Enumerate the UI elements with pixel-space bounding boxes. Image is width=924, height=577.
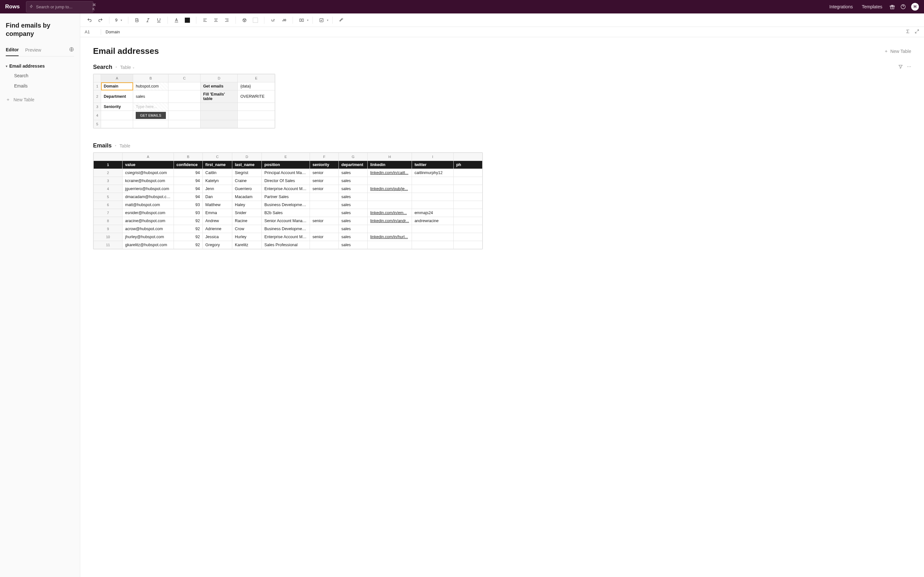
- cell-partial[interactable]: [453, 233, 482, 241]
- cell-twitter[interactable]: [412, 185, 453, 193]
- gift-icon[interactable]: [889, 4, 895, 10]
- col-head-B[interactable]: B: [174, 153, 203, 161]
- header-partial[interactable]: ph: [453, 161, 482, 169]
- cell-twitter[interactable]: [412, 193, 453, 201]
- merge-button[interactable]: [297, 15, 306, 25]
- cell-seniority[interactable]: senior: [310, 217, 339, 225]
- col-head-G[interactable]: G: [339, 153, 368, 161]
- col-head-A[interactable]: A: [101, 74, 133, 82]
- cell-partial[interactable]: [453, 201, 482, 209]
- cell-first-name[interactable]: Dan: [203, 193, 232, 201]
- header-twitter[interactable]: twitter: [412, 161, 453, 169]
- avatar[interactable]: H: [911, 3, 919, 11]
- fill-color-button[interactable]: [183, 15, 192, 25]
- cell-twitter[interactable]: [412, 225, 453, 233]
- cell-twitter[interactable]: [412, 201, 453, 209]
- cell-position[interactable]: Director Of Sales: [262, 177, 310, 185]
- cell-department[interactable]: sales: [339, 201, 368, 209]
- row-head-4[interactable]: 4: [94, 111, 101, 120]
- text-color-button[interactable]: [172, 15, 181, 25]
- cell-a4[interactable]: [101, 111, 133, 120]
- cell-e2[interactable]: OVERWRITE: [238, 90, 275, 103]
- header-value[interactable]: value: [123, 161, 174, 169]
- cell-value[interactable]: jguerriero@hubspot.com: [123, 185, 174, 193]
- cell-linkedin[interactable]: [368, 225, 412, 233]
- row-head-2[interactable]: 2: [94, 90, 101, 103]
- cell-reference[interactable]: A1: [85, 29, 101, 34]
- cell-a2[interactable]: Department: [101, 90, 133, 103]
- emails-sheet[interactable]: ABCDEFGHI1valueconfidencefirst_namelast_…: [93, 152, 483, 250]
- tree-child-emails[interactable]: Emails: [6, 81, 74, 91]
- cell-last-name[interactable]: Racine: [232, 217, 262, 225]
- cell-first-name[interactable]: Adrienne: [203, 225, 232, 233]
- cell-position[interactable]: Business Development ...: [262, 201, 310, 209]
- more-icon[interactable]: ⋯: [907, 64, 911, 70]
- cell-linkedin[interactable]: linkedin.com/in/em...: [368, 209, 412, 217]
- number-format-button[interactable]: [268, 15, 278, 25]
- cell-first-name[interactable]: Jessica: [203, 233, 232, 241]
- cell-c2[interactable]: [168, 90, 200, 103]
- cell-confidence[interactable]: 92: [174, 241, 203, 249]
- cell-seniority[interactable]: senior: [310, 177, 339, 185]
- header-first_name[interactable]: first_name: [203, 161, 232, 169]
- cell-linkedin[interactable]: linkedin.com/in/andr...: [368, 217, 412, 225]
- col-head-partial[interactable]: [453, 153, 482, 161]
- emails-table-title[interactable]: Emails: [93, 142, 111, 149]
- cell-first-name[interactable]: Katelyn: [203, 177, 232, 185]
- row-head-1[interactable]: 1: [94, 161, 123, 169]
- row-head-11[interactable]: 11: [94, 241, 123, 249]
- cell-style-button[interactable]: [250, 15, 260, 25]
- cell-b3[interactable]: Type here...: [133, 103, 168, 111]
- cell-department[interactable]: sales: [339, 193, 368, 201]
- cell-twitter[interactable]: [412, 177, 453, 185]
- cell-position[interactable]: Business Development ...: [262, 225, 310, 233]
- cell-seniority[interactable]: [310, 225, 339, 233]
- cell-seniority[interactable]: [310, 201, 339, 209]
- cell-position[interactable]: Principal Account Mana...: [262, 169, 310, 177]
- row-head-3[interactable]: 3: [94, 103, 101, 111]
- undo-button[interactable]: [85, 15, 94, 25]
- cell-confidence[interactable]: 92: [174, 225, 203, 233]
- color-wheel-button[interactable]: [240, 15, 249, 25]
- new-table-button[interactable]: ＋ New Table: [884, 48, 911, 54]
- header-department[interactable]: department: [339, 161, 368, 169]
- cell-c3[interactable]: [168, 103, 200, 111]
- cell-position[interactable]: B2b Sales: [262, 209, 310, 217]
- cell-first-name[interactable]: Caitlin: [203, 169, 232, 177]
- col-head-B[interactable]: B: [133, 74, 168, 82]
- cell-confidence[interactable]: 94: [174, 177, 203, 185]
- cell-twitter[interactable]: [412, 233, 453, 241]
- cell-department[interactable]: sales: [339, 209, 368, 217]
- col-head-I[interactable]: I: [412, 153, 453, 161]
- cell-first-name[interactable]: Jenn: [203, 185, 232, 193]
- row-head-2[interactable]: 2: [94, 169, 123, 177]
- search-table-title[interactable]: Search: [93, 64, 112, 71]
- cell-confidence[interactable]: 94: [174, 169, 203, 177]
- cell-e3[interactable]: [238, 103, 275, 111]
- cell-partial[interactable]: [453, 185, 482, 193]
- cell-confidence[interactable]: 94: [174, 185, 203, 193]
- row-head-4[interactable]: 4: [94, 185, 123, 193]
- underline-button[interactable]: [154, 15, 164, 25]
- expand-icon[interactable]: [914, 29, 919, 35]
- align-right-button[interactable]: [222, 15, 232, 25]
- align-center-button[interactable]: [211, 15, 221, 25]
- cell-value[interactable]: dmacadam@hubspot.com: [123, 193, 174, 201]
- cell-value[interactable]: aracine@hubspot.com: [123, 217, 174, 225]
- cell-department[interactable]: sales: [339, 225, 368, 233]
- cell-seniority[interactable]: [310, 241, 339, 249]
- header-linkedin[interactable]: linkedin: [368, 161, 412, 169]
- cell-last-name[interactable]: Hurley: [232, 233, 262, 241]
- cell-b1[interactable]: hubspot.com: [133, 82, 168, 90]
- col-head-H[interactable]: H: [368, 153, 412, 161]
- cell-confidence[interactable]: 94: [174, 193, 203, 201]
- cell-seniority[interactable]: [310, 209, 339, 217]
- cell-value[interactable]: gkarelitz@hubspot.com: [123, 241, 174, 249]
- row-head-5[interactable]: 5: [94, 120, 101, 128]
- cell-seniority[interactable]: senior: [310, 169, 339, 177]
- sidebar-new-table[interactable]: ＋ New Table: [6, 97, 74, 103]
- cell-value[interactable]: matt@hubspot.com: [123, 201, 174, 209]
- cell-linkedin[interactable]: [368, 201, 412, 209]
- cell-seniority[interactable]: senior: [310, 233, 339, 241]
- cell-department[interactable]: sales: [339, 177, 368, 185]
